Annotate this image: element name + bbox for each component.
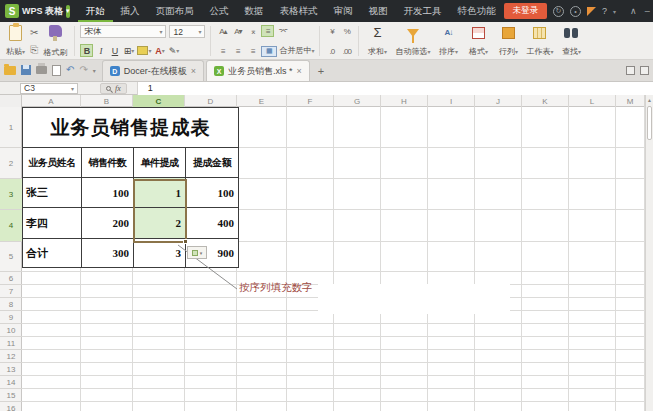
align-bottom-icon[interactable]: ⌤ xyxy=(276,25,289,37)
copy-icon[interactable]: ⎘ xyxy=(30,44,38,55)
name-box-dropdown-icon[interactable]: ▾ xyxy=(71,85,74,92)
menu-tab-5[interactable]: 表格样式 xyxy=(272,0,326,22)
cell-r1c3[interactable]: 400 xyxy=(186,208,238,238)
close-tab-icon[interactable]: × xyxy=(297,66,302,76)
bold-button[interactable]: B xyxy=(80,44,93,57)
grid[interactable]: 业务员销售提成表 业务员姓名销售件数单件提成提成金额张三1001100李四200… xyxy=(0,107,653,411)
tab-sales-workbook[interactable]: X 业务员销售.xls * × xyxy=(206,60,310,81)
find-button[interactable]: 查找▾ xyxy=(556,24,586,58)
highlight-button[interactable]: ✎▾ xyxy=(167,44,180,57)
row-header-1[interactable]: 1 xyxy=(0,107,22,148)
format-painter-button[interactable]: 格式刷 xyxy=(41,24,69,58)
underline-button[interactable]: U xyxy=(108,44,121,57)
cell-r2c1[interactable]: 300 xyxy=(82,239,134,267)
row-header-14[interactable]: 14 xyxy=(0,376,22,389)
decrease-decimal-button[interactable]: .00 xyxy=(340,45,353,57)
undo-icon[interactable]: ↶ xyxy=(66,65,74,75)
account-icon[interactable]: • xyxy=(570,6,581,17)
align-left-icon[interactable]: ≡ xyxy=(216,45,229,57)
format-button[interactable]: 格式▾ xyxy=(463,24,493,58)
switch-view-icon[interactable] xyxy=(640,66,649,75)
insert-function-button[interactable]: fx xyxy=(115,84,121,93)
decrease-font-button[interactable]: A▾ xyxy=(231,25,244,37)
help-dropdown-icon[interactable]: ▾ xyxy=(613,8,616,15)
align-center-icon[interactable]: ≡ xyxy=(231,45,244,57)
column-header-I[interactable]: I xyxy=(428,95,475,107)
row-header-13[interactable]: 13 xyxy=(0,363,22,376)
cell-r1c1[interactable]: 200 xyxy=(82,208,134,238)
row-header-7[interactable]: 7 xyxy=(0,285,22,298)
menu-tab-9[interactable]: 特色功能 xyxy=(450,0,504,22)
column-header-H[interactable]: H xyxy=(381,95,428,107)
menu-tab-2[interactable]: 页面布局 xyxy=(148,0,202,22)
cell-r0c3[interactable]: 100 xyxy=(186,178,238,207)
help-icon[interactable]: ? xyxy=(602,6,607,16)
print-preview-icon[interactable] xyxy=(52,65,61,76)
login-button[interactable]: 未登录 xyxy=(504,3,548,19)
increase-decimal-button[interactable]: .0 xyxy=(325,45,338,57)
fill-color-button[interactable]: ▾ xyxy=(136,44,152,57)
currency-format-button[interactable]: ¥ xyxy=(325,25,338,37)
sum-button[interactable]: Σ 求和▾ xyxy=(362,24,392,58)
print-icon[interactable] xyxy=(36,66,47,74)
cell-r0c1[interactable]: 100 xyxy=(82,178,134,207)
menu-tab-3[interactable]: 公式 xyxy=(202,0,237,22)
save-icon[interactable] xyxy=(21,65,31,75)
column-header-E[interactable]: E xyxy=(237,95,287,107)
sort-button[interactable]: A↓ 排序▾ xyxy=(433,24,463,58)
workspace-icon[interactable] xyxy=(626,66,635,75)
table-title-cell[interactable]: 业务员销售提成表 xyxy=(23,108,238,148)
increase-font-button[interactable]: A▴ xyxy=(216,25,229,37)
row-header-11[interactable]: 11 xyxy=(0,337,22,350)
open-folder-icon[interactable] xyxy=(4,66,16,75)
column-header-C[interactable]: C xyxy=(133,95,185,107)
align-top-icon[interactable]: ⌅ xyxy=(246,25,259,37)
column-header-L[interactable]: L xyxy=(569,95,616,107)
autofilter-button[interactable]: 自动筛选▾ xyxy=(392,24,433,58)
scrollbar-thumb[interactable] xyxy=(647,106,652,140)
menu-tab-6[interactable]: 审阅 xyxy=(326,0,361,22)
cell-r1c2[interactable]: 2 xyxy=(134,208,186,238)
menu-tab-7[interactable]: 视图 xyxy=(361,0,396,22)
column-header-B[interactable]: B xyxy=(81,95,133,107)
merge-center-button[interactable]: 合并居中▾ xyxy=(279,46,314,56)
column-header-M[interactable]: M xyxy=(616,95,645,107)
font-size-select[interactable]: 12▾ xyxy=(169,25,205,38)
menu-tab-4[interactable]: 数据 xyxy=(237,0,272,22)
row-header-2[interactable]: 2 xyxy=(0,148,22,179)
redo-icon[interactable]: ↷ xyxy=(79,65,87,75)
app-menu-dropdown-icon[interactable]: ▾ xyxy=(66,5,70,18)
row-header-9[interactable]: 9 xyxy=(0,311,22,324)
row-header-3[interactable]: 3 xyxy=(0,179,22,210)
row-header-10[interactable]: 10 xyxy=(0,324,22,337)
row-header-5[interactable]: 5 xyxy=(0,242,22,272)
formula-input[interactable]: 1 xyxy=(137,82,653,95)
paste-button[interactable]: 粘贴▾ xyxy=(4,24,27,58)
vertical-scrollbar[interactable]: ▲ xyxy=(645,95,653,411)
column-header-J[interactable]: J xyxy=(475,95,522,107)
tab-docer-templates[interactable]: D Docer-在线模板 × xyxy=(102,60,204,81)
font-name-select[interactable]: 宋体▾ xyxy=(80,25,166,38)
menu-tab-1[interactable]: 插入 xyxy=(113,0,148,22)
italic-button[interactable]: I xyxy=(94,44,107,57)
cut-icon[interactable]: ✂ xyxy=(30,27,38,38)
percent-format-button[interactable]: % xyxy=(340,25,353,37)
align-middle-icon[interactable]: ≡ xyxy=(261,25,274,37)
row-column-button[interactable]: 行列▾ xyxy=(493,24,523,58)
column-header-K[interactable]: K xyxy=(522,95,569,107)
search-icon[interactable] xyxy=(106,86,111,91)
column-header-F[interactable]: F xyxy=(287,95,334,107)
row-header-16[interactable]: 16 xyxy=(0,402,22,411)
borders-button[interactable]: ⊞▾ xyxy=(122,44,135,57)
row-header-15[interactable]: 15 xyxy=(0,389,22,402)
select-all-corner[interactable] xyxy=(0,95,22,107)
row-header-6[interactable]: 6 xyxy=(0,272,22,285)
cell-r0c2[interactable]: 1 xyxy=(134,178,186,207)
sync-icon[interactable]: ↻ xyxy=(553,6,564,17)
autofill-options-button[interactable]: ▾ xyxy=(187,246,207,259)
column-header-G[interactable]: G xyxy=(334,95,381,107)
quick-access-dropdown-icon[interactable]: ▾ xyxy=(93,67,96,74)
close-tab-icon[interactable]: × xyxy=(191,66,196,76)
row-header-4[interactable]: 4 xyxy=(0,210,22,242)
row-header-8[interactable]: 8 xyxy=(0,298,22,311)
